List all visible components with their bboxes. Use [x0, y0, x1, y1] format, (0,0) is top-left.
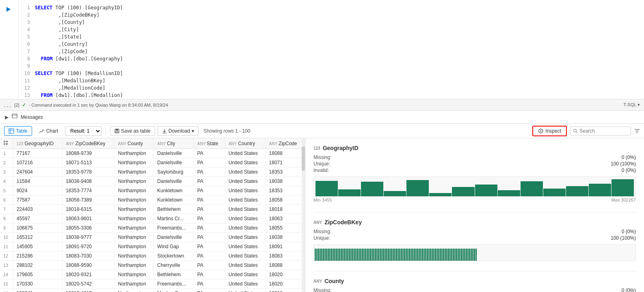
- svg-line-15: [576, 132, 577, 133]
- country-header[interactable]: ANYCountry: [225, 138, 266, 149]
- zipcodebkey-header[interactable]: ANYZipCodeBKey: [62, 138, 115, 149]
- table-row[interactable]: 722440318018-6315NorthamptonBethlehemPAU…: [0, 205, 305, 214]
- inspect-section-geographyid: 123 GeographyID Missing:0 (0%) Unique:10…: [313, 145, 636, 202]
- code-line-7: 7 ,[ZipCode]: [19, 48, 644, 55]
- table-cell: 18088-9590: [62, 261, 115, 270]
- inspect-button[interactable]: Inspect: [532, 126, 567, 136]
- table-row[interactable]: 84559718063-9601NorthamptonMartins Cr...…: [0, 214, 305, 223]
- scroll-indicator[interactable]: [302, 138, 305, 292]
- code-line-10: 10SELECT TOP (100) [MedallionID]: [19, 70, 644, 77]
- histogram-bar: [475, 249, 477, 261]
- table-cell: 18353: [266, 167, 305, 177]
- filter-icon[interactable]: [634, 128, 640, 134]
- status-bar: ... [2] ✓ - Command executed in 1 sec by…: [0, 99, 644, 111]
- chart-icon: [39, 128, 45, 134]
- histogram-bar: [440, 249, 441, 261]
- messages-icon: [12, 114, 17, 120]
- messages-label: Messages: [21, 114, 43, 120]
- table-cell: Danielsville: [154, 233, 194, 242]
- table-row[interactable]: 1417960518020-9321NorthamptonBethlehemPA…: [0, 270, 305, 279]
- histogram-bar: [469, 249, 470, 261]
- table-cell: 18018: [266, 205, 305, 214]
- city-header[interactable]: ANYCity: [154, 138, 194, 149]
- svg-point-13: [540, 129, 541, 130]
- county-header[interactable]: ANYCounty: [115, 138, 154, 149]
- save-icon: [115, 129, 119, 133]
- table-cell: United States: [225, 167, 266, 177]
- table-cell: 18353: [266, 186, 305, 195]
- histogram-bar: [388, 249, 389, 261]
- table-row[interactable]: 5902418353-7774NorthamptonKunkletownPAUn…: [0, 186, 305, 195]
- more-options-button[interactable]: ...: [4, 101, 12, 109]
- histogram-bar: [380, 249, 381, 261]
- histogram-bar: [376, 249, 378, 261]
- table-row[interactable]: 210721618071-5113NorthamptonDanielsville…: [0, 158, 305, 167]
- table-cell: United States: [225, 261, 266, 270]
- search-box[interactable]: [570, 127, 631, 135]
- table-cell: Freemanbs...: [154, 279, 194, 289]
- table-row[interactable]: 1016531218038-9777NorthamptonDanielsvill…: [0, 233, 305, 242]
- histogram-bar: [316, 249, 318, 261]
- histogram-bar: [466, 249, 467, 261]
- zip-col-name: ZipCodeBKey: [324, 219, 362, 225]
- geographyid-type-badge: 123: [313, 146, 320, 150]
- code-editor[interactable]: 1SELECT TOP (100) [GeographyID]2 ,[ZipCo…: [19, 0, 644, 99]
- histogram-bar: [498, 190, 520, 196]
- table-row[interactable]: 1114590518091-9720NorthamptonWind GapPAU…: [0, 242, 305, 251]
- histogram-bar: [333, 249, 334, 261]
- histogram-bar: [475, 185, 497, 196]
- svg-rect-22: [6, 143, 8, 145]
- table-area[interactable]: 123GeographyID ANYZipCodeBKey ANYCounty …: [0, 138, 305, 292]
- table-cell: 145905: [13, 242, 62, 251]
- search-input[interactable]: [579, 128, 628, 134]
- table-cell: 11584: [13, 177, 62, 186]
- table-row[interactable]: 1517033018020-5742NorthamptonFreemanbs..…: [0, 279, 305, 289]
- svg-rect-19: [4, 141, 5, 142]
- histogram-bar: [336, 249, 337, 261]
- result-selector[interactable]: Result: 1 Result: 2 Result: 3: [65, 126, 102, 136]
- table-cell: Northampton: [115, 251, 154, 261]
- histogram-bar: [430, 249, 431, 261]
- svg-rect-8: [116, 131, 118, 133]
- table-row[interactable]: 324760418353-9778NorthamptonSaylorsburgP…: [0, 167, 305, 177]
- histogram-bar: [355, 249, 357, 261]
- download-button[interactable]: Download ▾: [158, 126, 199, 136]
- chart-tab-button[interactable]: Chart: [35, 126, 63, 136]
- county-type-badge: ANY: [313, 279, 322, 283]
- table-cell: Northampton: [115, 223, 154, 233]
- state-header[interactable]: ANYState: [194, 138, 225, 149]
- table-row[interactable]: 17716718088-9739NorthamptonDanielsvilleP…: [0, 149, 305, 158]
- table-tab-button[interactable]: Table: [4, 126, 32, 136]
- histogram-bar: [427, 249, 428, 261]
- row-num-cell: 14: [0, 270, 13, 279]
- table-cell: Northampton: [115, 167, 154, 177]
- missing-label-2: Missing:: [313, 288, 331, 292]
- table-cell: PA: [194, 195, 225, 205]
- table-cell: 224403: [13, 205, 62, 214]
- zipcode-header[interactable]: ANYZipCode: [266, 138, 305, 149]
- histogram-bar: [329, 249, 331, 261]
- table-cell: 77167: [13, 149, 62, 158]
- table-row[interactable]: 910687518055-3306NorthamptonFreemanbs...…: [0, 223, 305, 233]
- table-row[interactable]: 1221528618083-7030NorthamptonStockertown…: [0, 251, 305, 261]
- table-cell: Freemanbs...: [154, 223, 194, 233]
- download-icon: [162, 129, 167, 133]
- missing-label-1: Missing:: [313, 229, 331, 234]
- geographyid-header[interactable]: 123GeographyID: [13, 138, 62, 149]
- table-cell: Northampton: [115, 242, 154, 251]
- content-area: 123GeographyID ANYZipCodeBKey ANYCounty …: [0, 138, 644, 292]
- table-row[interactable]: 1619334118013-4617NorthamptonMartins Cr.…: [0, 289, 305, 292]
- row-num-cell: 3: [0, 167, 13, 177]
- messages-expand-icon[interactable]: ▶: [5, 114, 9, 120]
- run-button[interactable]: [4, 5, 13, 14]
- table-cell: United States: [225, 205, 266, 214]
- table-row[interactable]: 67758718058-7389NorthamptonKunkletownPAU…: [0, 195, 305, 205]
- status-badge: [2]: [14, 103, 19, 107]
- table-cell: PA: [194, 223, 225, 233]
- table-cell: United States: [225, 279, 266, 289]
- code-line-1: 1SELECT TOP (100) [GeographyID]: [19, 4, 644, 11]
- histogram-bar: [445, 249, 446, 261]
- save-as-table-button[interactable]: Save as table: [110, 126, 155, 136]
- table-row[interactable]: 1328810218088-9590NorthamptonCherryville…: [0, 261, 305, 270]
- table-row[interactable]: 41158418038-9408NorthamptonDanielsvilleP…: [0, 177, 305, 186]
